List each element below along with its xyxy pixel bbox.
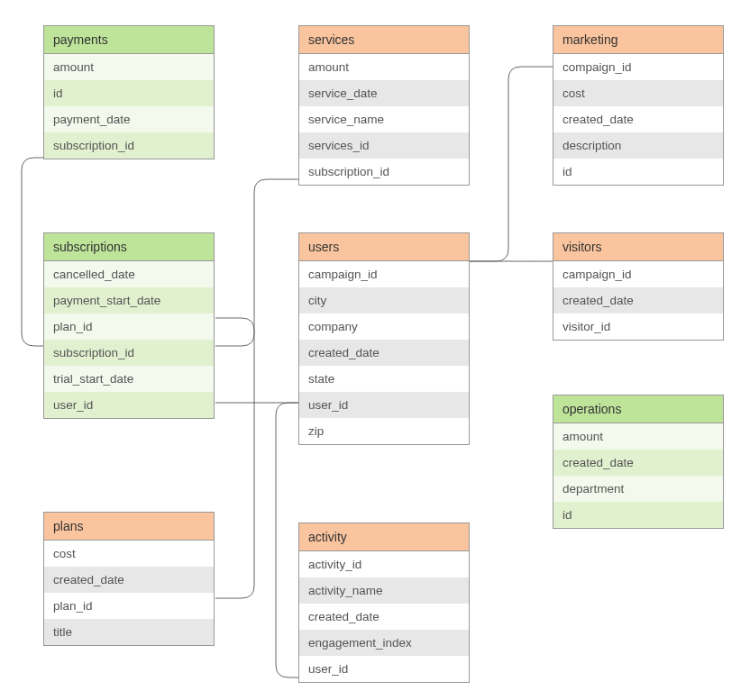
table-activity[interactable]: activity activity_id activity_name creat… [298, 523, 470, 683]
table-header: payments [44, 26, 214, 54]
table-row: id [553, 502, 723, 528]
table-plans[interactable]: plans cost created_date plan_id title [43, 512, 215, 646]
table-row: amount [44, 54, 214, 80]
table-row: company [299, 314, 469, 340]
table-row: created_date [299, 604, 469, 630]
table-row: subscription_id [299, 159, 469, 185]
table-row: created_date [553, 287, 723, 314]
table-header: services [299, 26, 469, 54]
table-row: id [44, 80, 214, 106]
table-row: created_date [299, 340, 469, 366]
table-row: payment_date [44, 106, 214, 132]
table-row: activity_id [299, 551, 469, 577]
table-header: visitors [553, 233, 723, 261]
table-row: campaign_id [553, 261, 723, 287]
table-row: user_id [299, 392, 469, 418]
table-header: marketing [553, 26, 723, 54]
table-row: engagement_index [299, 630, 469, 656]
table-row: user_id [44, 392, 214, 418]
table-row: subscription_id [44, 132, 214, 159]
table-header: plans [44, 513, 214, 541]
table-row: service_date [299, 80, 469, 106]
table-row: id [553, 159, 723, 185]
table-row: user_id [299, 656, 469, 682]
table-row: created_date [553, 106, 723, 132]
table-services[interactable]: services amount service_date service_nam… [298, 25, 470, 186]
table-row: title [44, 619, 214, 645]
table-row: amount [299, 54, 469, 80]
table-row: subscription_id [44, 340, 214, 366]
table-row: cancelled_date [44, 261, 214, 287]
table-row: cost [553, 80, 723, 106]
table-row: compaign_id [553, 54, 723, 80]
table-row: description [553, 132, 723, 159]
table-row: department [553, 476, 723, 502]
table-marketing[interactable]: marketing compaign_id cost created_date … [553, 25, 724, 186]
table-row: trial_start_date [44, 366, 214, 392]
table-row: services_id [299, 132, 469, 159]
table-visitors[interactable]: visitors campaign_id created_date visito… [553, 232, 724, 341]
table-row: zip [299, 418, 469, 444]
table-row: plan_id [44, 593, 214, 619]
table-row: activity_name [299, 577, 469, 604]
table-row: campaign_id [299, 261, 469, 287]
table-row: state [299, 366, 469, 392]
table-row: plan_id [44, 314, 214, 340]
table-row: amount [553, 423, 723, 450]
table-subscriptions[interactable]: subscriptions cancelled_date payment_sta… [43, 232, 215, 419]
table-row: payment_start_date [44, 287, 214, 314]
table-header: operations [553, 395, 723, 423]
table-row: city [299, 287, 469, 314]
table-row: created_date [553, 450, 723, 476]
table-row: service_name [299, 106, 469, 132]
table-row: visitor_id [553, 314, 723, 340]
table-payments[interactable]: payments amount id payment_date subscrip… [43, 25, 215, 159]
table-row: cost [44, 541, 214, 567]
table-header: activity [299, 523, 469, 551]
table-header: subscriptions [44, 233, 214, 261]
table-row: created_date [44, 567, 214, 593]
table-users[interactable]: users campaign_id city company created_d… [298, 232, 470, 445]
table-header: users [299, 233, 469, 261]
table-operations[interactable]: operations amount created_date departmen… [553, 395, 724, 529]
